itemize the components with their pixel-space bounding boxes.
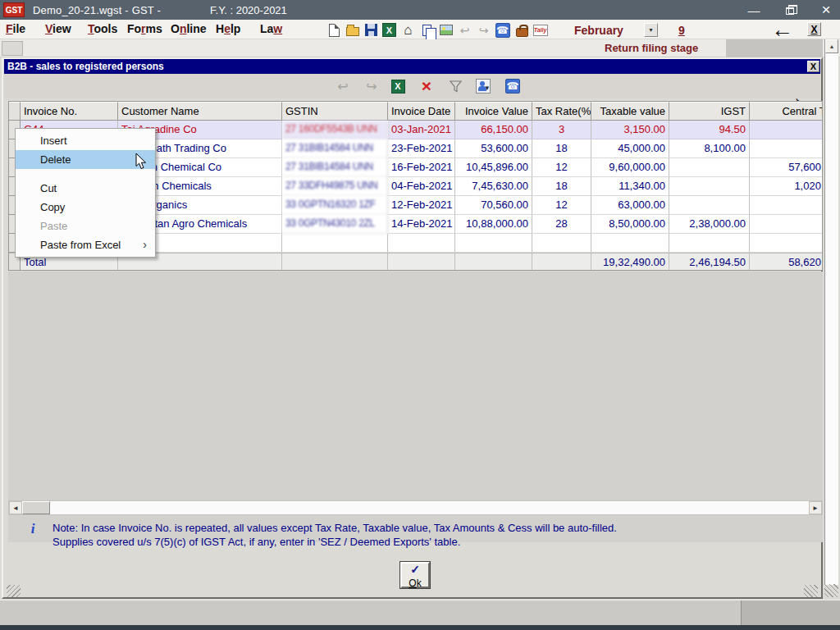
- resize-grip-right[interactable]: [804, 585, 818, 597]
- menu-tools[interactable]: Tools: [88, 22, 117, 35]
- cell-igst[interactable]: [669, 234, 750, 253]
- horizontal-scrollbar[interactable]: ◄ ►: [8, 500, 823, 515]
- cell-value[interactable]: 10,88,000.00: [455, 215, 532, 234]
- column-header-customer[interactable]: Customer Name: [118, 102, 282, 121]
- context-menu-item-cut[interactable]: Cut: [16, 179, 155, 198]
- cell-central[interactable]: [750, 196, 823, 215]
- image-button[interactable]: [438, 22, 454, 38]
- context-menu-item-delete[interactable]: Delete: [16, 150, 155, 169]
- cell-date[interactable]: 04-Feb-2021: [388, 177, 455, 196]
- column-header-central[interactable]: Central Tax: [750, 102, 823, 121]
- cell-igst[interactable]: 2,38,000.00: [669, 215, 750, 234]
- cell-gstin[interactable]: 27 160DF5543B UNN: [282, 121, 388, 139]
- cell-igst[interactable]: [669, 196, 750, 215]
- cell-central[interactable]: 57,600.00: [750, 158, 823, 177]
- cell-date[interactable]: 03-Jan-2021: [388, 121, 455, 139]
- cell-value[interactable]: 7,45,630.00: [455, 177, 532, 196]
- month-count[interactable]: 9: [678, 24, 685, 37]
- scroll-up-icon[interactable]: ▲: [825, 39, 838, 53]
- resize-grip-left[interactable]: [7, 585, 21, 597]
- return-filing-stage-label[interactable]: Return filing stage: [605, 42, 698, 54]
- cell-date[interactable]: 14-Feb-2021: [388, 215, 455, 234]
- mdi-close-button[interactable]: X: [807, 22, 821, 36]
- cell-taxable[interactable]: 3,150.00: [591, 121, 669, 139]
- excel-button[interactable]: X: [390, 78, 406, 94]
- column-header-taxable[interactable]: Taxable value: [591, 102, 669, 121]
- cell-igst[interactable]: [669, 158, 750, 177]
- filter-button[interactable]: [447, 78, 463, 94]
- cell-taxable[interactable]: 63,000.00: [591, 196, 669, 215]
- redo-button[interactable]: ↪: [476, 22, 491, 38]
- cell-value[interactable]: [455, 234, 532, 253]
- cell-central[interactable]: [750, 215, 823, 234]
- cell-gstin[interactable]: 33 0GPTN43010 2ZL: [282, 215, 388, 234]
- cell-gstin[interactable]: 33 0GPTN16320 1ZF: [282, 196, 388, 215]
- phone-button[interactable]: ☎: [504, 78, 521, 94]
- cell-date[interactable]: 12-Feb-2021: [388, 196, 455, 215]
- maximize-icon[interactable]: [783, 3, 797, 17]
- menu-file[interactable]: File: [6, 22, 25, 35]
- cell-value[interactable]: 70,560.00: [455, 196, 532, 215]
- cell-taxable[interactable]: 45,000.00: [591, 139, 669, 158]
- scroll-right-icon[interactable]: ►: [809, 501, 822, 514]
- phone-button[interactable]: ☎: [495, 22, 510, 38]
- cell-date[interactable]: 16-Feb-2021: [388, 158, 455, 177]
- cell-date[interactable]: 23-Feb-2021: [388, 139, 455, 158]
- cell-taxable[interactable]: 11,340.00: [591, 177, 669, 196]
- ok-button[interactable]: ✓ Ok: [400, 562, 430, 588]
- save-button[interactable]: [363, 22, 379, 38]
- column-header-invoice_no[interactable]: Invoice No.: [21, 102, 118, 121]
- cell-gstin[interactable]: 27 31BIB14584 UNN: [282, 139, 388, 158]
- cell-rate[interactable]: 3: [532, 121, 591, 139]
- cell-taxable[interactable]: [591, 234, 669, 253]
- cell-central[interactable]: 1,020.60: [750, 177, 823, 196]
- column-header-igst[interactable]: IGST: [669, 102, 750, 121]
- bag-button[interactable]: [514, 22, 530, 38]
- menu-view[interactable]: View: [45, 22, 71, 35]
- cell-value[interactable]: 53,600.00: [455, 139, 532, 158]
- cell-rate[interactable]: 12: [532, 158, 591, 177]
- resize-grip-corner[interactable]: [824, 584, 838, 597]
- menu-forms[interactable]: Forms: [127, 22, 162, 35]
- cell-gstin[interactable]: 27 31BIB14584 UNN: [282, 158, 388, 177]
- delete-row-button[interactable]: ×: [418, 78, 435, 94]
- menu-law[interactable]: Law: [260, 22, 282, 35]
- cell-rate[interactable]: 18: [532, 177, 591, 196]
- home-button[interactable]: ⌂: [400, 22, 416, 38]
- minimize-icon[interactable]: —: [746, 3, 761, 17]
- cell-igst[interactable]: 8,100.00: [669, 139, 750, 158]
- cell-central[interactable]: [750, 139, 823, 158]
- new-file-button[interactable]: [326, 22, 342, 38]
- dialog-close-button[interactable]: X: [807, 61, 819, 72]
- close-icon[interactable]: ×: [819, 1, 833, 19]
- menu-help[interactable]: Help: [216, 22, 240, 35]
- context-menu-item-insert[interactable]: Insert: [16, 131, 155, 150]
- cell-rate[interactable]: 12: [532, 196, 591, 215]
- column-header-rate[interactable]: Tax Rate(%): [532, 102, 591, 121]
- cell-gstin[interactable]: 27 33DFH49875 UNN: [282, 177, 388, 196]
- cell-value[interactable]: 10,45,896.00: [455, 158, 532, 177]
- cell-rate[interactable]: 18: [532, 139, 591, 158]
- excel-export-button[interactable]: X: [381, 22, 397, 38]
- undo-button[interactable]: ↩: [457, 22, 472, 38]
- menu-online[interactable]: Online: [171, 22, 207, 35]
- column-header-sel[interactable]: [9, 102, 21, 121]
- month-dropdown-button[interactable]: ▼: [644, 23, 658, 37]
- cell-taxable[interactable]: 8,50,000.00: [591, 215, 669, 234]
- import-customers-button[interactable]: ▾: [475, 78, 491, 94]
- tally-button[interactable]: Tally: [532, 22, 548, 38]
- column-header-gstin[interactable]: GSTIN: [282, 102, 388, 121]
- copy-button[interactable]: [419, 22, 435, 38]
- cell-igst[interactable]: 94.50: [669, 121, 750, 139]
- context-menu-item-copy[interactable]: Copy: [16, 198, 155, 217]
- cell-date[interactable]: [388, 234, 455, 253]
- vertical-scrollbar[interactable]: ▲: [824, 39, 838, 585]
- cell-gstin[interactable]: [282, 234, 388, 253]
- cell-rate[interactable]: 28: [532, 215, 591, 234]
- cell-igst[interactable]: [669, 177, 750, 196]
- column-header-date[interactable]: Invoice Date: [388, 102, 455, 121]
- context-menu-item-paste-from-excel[interactable]: Paste from Excel›: [16, 235, 155, 254]
- cell-central[interactable]: [750, 121, 823, 139]
- cell-rate[interactable]: [532, 234, 591, 253]
- scroll-left-icon[interactable]: ◄: [9, 501, 22, 514]
